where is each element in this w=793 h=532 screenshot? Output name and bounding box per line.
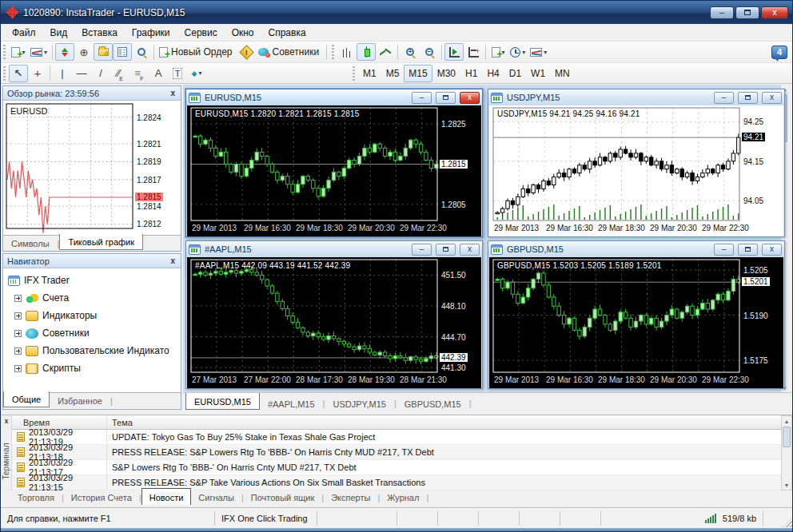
trendline-tool[interactable]: / (91, 65, 110, 82)
navigator-header[interactable]: Навигатор x (3, 254, 181, 268)
news-row[interactable]: 2013/03/29 21:13:15PRESS RELEASE: S&P Ta… (12, 475, 781, 490)
terminal-tab-1[interactable]: История Счета (64, 490, 139, 505)
chart-window-titlebar[interactable]: #AAPL,M15–x (186, 241, 482, 257)
chart-window-titlebar[interactable]: EURUSD,M15–x (186, 89, 482, 105)
chart-minimize-button[interactable]: – (412, 244, 432, 256)
timeframe-m1[interactable]: M1 (358, 65, 381, 82)
terminal-tab-5[interactable]: Эксперты (324, 490, 377, 505)
terminal-toggle[interactable] (113, 43, 132, 61)
channel-tool[interactable]: ∕∕E (110, 65, 130, 82)
chart-canvas[interactable]: #AAPL,M15 442.09 443.19 441.52 442.39451… (187, 257, 481, 388)
chart-tab-0[interactable]: EURUSD,M15 (185, 393, 260, 410)
strategy-tester-button[interactable] (132, 43, 151, 61)
news-row[interactable]: 2013/03/29 21:13:18PRESS RELEASE: S&P Lo… (12, 445, 781, 460)
new-order-button[interactable]: +Новый Ордер (157, 43, 237, 61)
chart-minimize-button[interactable]: – (714, 92, 734, 104)
navigator-item-1[interactable]: Индикаторы (8, 307, 181, 324)
zoom-in-button[interactable]: + (400, 43, 420, 61)
column-topic[interactable]: Тема (107, 418, 781, 427)
chart-canvas[interactable]: USDJPY,M15 94.21 94.25 94.16 94.2194.259… (489, 105, 783, 236)
menu-item-3[interactable]: Графики (125, 26, 177, 40)
status-one-click-trading[interactable]: IFX One Click Trading (215, 511, 317, 526)
window-titlebar[interactable]: 1020890: InstaTrader - EURUSD,M15 – x (1, 1, 793, 24)
timeframe-h4[interactable]: H4 (482, 65, 504, 82)
text-label-tool[interactable]: T (168, 65, 187, 82)
chart-close-button[interactable]: x (762, 92, 782, 104)
profiles-button[interactable]: ▾ (28, 43, 50, 61)
expand-plus-icon[interactable] (14, 312, 22, 320)
news-counter-badge[interactable]: 4 (771, 46, 787, 59)
fibonacci-tool[interactable]: ≡F (130, 65, 149, 82)
chart-restore-button[interactable] (738, 244, 758, 256)
market-watch-header[interactable]: Обзор рынка: 23:59:56 x (3, 86, 181, 101)
chart-close-button[interactable]: x (460, 92, 480, 104)
navigator-close-icon[interactable]: x (169, 257, 177, 265)
expand-plus-icon[interactable] (14, 347, 22, 355)
chart-restore-button[interactable] (738, 92, 758, 104)
data-window-button[interactable]: ⊕ (74, 43, 94, 61)
chart-close-button[interactable]: x (762, 244, 782, 256)
terminal-tab-2[interactable]: Новости (141, 488, 192, 505)
market-watch-tab-1[interactable]: Тиковый график (59, 234, 143, 250)
chart-minimize-button[interactable]: – (714, 244, 734, 256)
bar-chart-mode-button[interactable] (337, 43, 357, 61)
chart-window-titlebar[interactable]: GBPUSD,M15–x (488, 241, 784, 257)
market-watch-toggle[interactable] (55, 43, 74, 61)
news-table-header[interactable]: Время Тема (12, 415, 781, 430)
navigator-toggle[interactable]: ★ (94, 43, 113, 61)
line-chart-mode-button[interactable] (376, 43, 395, 61)
experts-button[interactable]: Советники (256, 43, 324, 61)
news-row[interactable]: 2013/03/29 21:13:19UPDATE: Tokyo Gas To … (12, 430, 781, 445)
menu-item-2[interactable]: Вставка (74, 26, 125, 40)
navigator-tab-1[interactable]: Избранное (50, 395, 110, 408)
crosshair-tool[interactable]: + (28, 65, 47, 82)
navigator-item-3[interactable]: Пользовательские Индикато (8, 342, 181, 359)
expand-plus-icon[interactable] (14, 295, 22, 302)
arrows-tool[interactable]: ◆▾ (187, 65, 206, 82)
scroll-up-icon[interactable]: ▲ (782, 416, 791, 426)
terminal-tab-6[interactable]: Журнал (380, 490, 426, 505)
toolbar-grip[interactable] (353, 66, 355, 81)
terminal-tab-0[interactable]: Торговля (10, 490, 62, 505)
menu-item-0[interactable]: Файл (5, 26, 43, 40)
new-chart-button[interactable]: +▾ (9, 43, 28, 61)
templates-button[interactable]: ▾ (528, 43, 549, 61)
navigator-item-2[interactable]: Советники (8, 324, 181, 342)
important-news-button[interactable]: ! (237, 43, 256, 61)
maximize-button[interactable] (735, 6, 759, 19)
timeframe-mn[interactable]: MN (550, 65, 575, 82)
menu-item-5[interactable]: Окно (225, 26, 261, 40)
resize-grip[interactable] (783, 517, 793, 527)
timeframe-m5[interactable]: M5 (381, 65, 404, 82)
terminal-tab-4[interactable]: Почтовый ящик (244, 490, 321, 505)
tick-chart[interactable]: EURUSD 1.28241.28211.28191.28171.28141.2… (3, 101, 181, 235)
chart-shift-button[interactable] (464, 43, 483, 61)
chart-minimize-button[interactable]: – (412, 92, 432, 104)
toolbar-grip[interactable] (3, 45, 6, 59)
horizontal-line-tool[interactable]: — (72, 65, 91, 82)
chart-tab-2[interactable]: USDJPY,M15 (325, 397, 393, 411)
toolbar-grip[interactable] (3, 66, 6, 81)
expand-plus-icon[interactable] (14, 330, 22, 337)
chart-close-button[interactable]: x (460, 244, 480, 256)
timeframe-h1[interactable]: H1 (460, 65, 482, 82)
chart-restore-button[interactable] (436, 92, 456, 104)
timeframe-w1[interactable]: W1 (526, 65, 550, 82)
auto-scroll-button[interactable] (444, 43, 464, 61)
close-button[interactable]: x (761, 6, 788, 19)
minimize-button[interactable]: – (710, 6, 734, 19)
toolbar-grip[interactable] (332, 45, 334, 59)
periods-button[interactable]: ▾ (508, 43, 528, 61)
news-row[interactable]: 2013/03/29 21:13:17S&P Lowers Rtg To 'BB… (12, 460, 781, 475)
candlestick-mode-button[interactable] (357, 43, 376, 61)
vertical-line-tool[interactable]: | (53, 65, 72, 82)
timeframe-d1[interactable]: D1 (504, 65, 526, 82)
timeframe-m15[interactable]: M15 (404, 65, 432, 82)
scrollbar-thumb[interactable] (783, 427, 791, 447)
scroll-down-icon[interactable]: ▼ (782, 480, 791, 490)
market-watch-tab-0[interactable]: Символы (3, 237, 58, 251)
zoom-out-button[interactable]: − (420, 43, 439, 61)
chart-tab-3[interactable]: GBPUSD,M15 (396, 397, 469, 411)
chart-canvas[interactable]: EURUSD,M15 1.2820 1.2821 1.2815 1.28151.… (187, 105, 481, 236)
terminal-close-icon[interactable]: x (2, 416, 11, 426)
